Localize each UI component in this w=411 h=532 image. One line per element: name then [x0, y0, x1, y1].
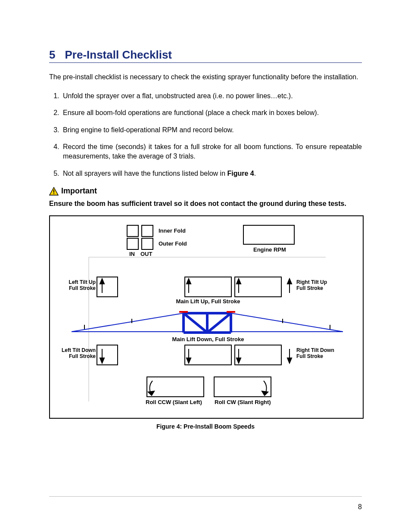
- field-roll-ccw[interactable]: [146, 376, 204, 397]
- svg-line-14: [231, 313, 343, 332]
- step-4: Record the time (seconds) it takes for a…: [61, 142, 362, 161]
- checkbox-inner-out[interactable]: [141, 225, 153, 237]
- label-inner-fold: Inner Fold: [159, 227, 186, 234]
- step-3: Bring engine to field-operational RPM an…: [61, 125, 362, 135]
- field-left-tilt-up[interactable]: [97, 277, 118, 297]
- step-1: Unfold the sprayer over a flat, unobstru…: [61, 91, 362, 101]
- important-body: Ensure the boom has sufficient travel so…: [49, 199, 362, 208]
- svg-marker-29: [287, 279, 292, 284]
- steps-list: Unfold the sprayer over a flat, unobstru…: [49, 91, 362, 178]
- label-roll-cw: Roll CW (Slant Right): [215, 399, 271, 405]
- label-roll-ccw: Roll CCW (Slant Left): [146, 399, 202, 405]
- section-number: 5: [49, 48, 55, 62]
- label-in: IN: [129, 251, 135, 257]
- checkbox-outer-in[interactable]: [127, 238, 139, 250]
- field-left-tilt-down[interactable]: [97, 345, 118, 365]
- label-right-tilt-down: Right Tilt Down Full Stroke: [296, 347, 334, 359]
- figure-ref: Figure 4: [227, 170, 254, 177]
- important-label: Important: [61, 187, 97, 196]
- label-engine-rpm: Engine RPM: [253, 246, 286, 253]
- svg-marker-37: [287, 358, 292, 363]
- label-outer-fold: Outer Fold: [159, 240, 187, 247]
- svg-rect-1: [53, 190, 54, 193]
- checkbox-outer-out[interactable]: [141, 238, 153, 250]
- section-heading: 5 Pre-Install Checklist: [49, 48, 362, 63]
- label-main-down: Main Lift Down, Full Stroke: [169, 336, 247, 342]
- field-main-up[interactable]: [184, 277, 232, 297]
- label-main-up: Main Lift Up, Full Stroke: [171, 298, 245, 305]
- field-right-tilt-down[interactable]: [234, 345, 282, 365]
- svg-line-11: [207, 313, 231, 333]
- section-title: Pre-Install Checklist: [65, 48, 172, 62]
- field-roll-cw[interactable]: [214, 376, 271, 397]
- footer-rule: [49, 496, 362, 497]
- label-left-tilt-down: Left Tilt Down Full Stroke: [52, 347, 96, 359]
- intro-paragraph: The pre-install checklist is necessary t…: [49, 72, 362, 82]
- figure-box: Inner Fold Outer Fold IN OUT Engine RPM: [49, 215, 364, 419]
- step-5-text: Not all sprayers will have the functions…: [63, 170, 227, 177]
- label-left-tilt-up: Left Tilt Up Full Stroke: [57, 279, 96, 291]
- figure-svg: [50, 216, 363, 418]
- page-number: 8: [358, 503, 362, 511]
- important-heading-row: Important: [49, 187, 362, 196]
- checkbox-inner-in[interactable]: [127, 225, 139, 237]
- engine-rpm-field[interactable]: [243, 225, 295, 245]
- step-2: Ensure all boom-fold operations are func…: [61, 108, 362, 118]
- field-right-tilt-up[interactable]: [234, 277, 282, 297]
- svg-line-12: [72, 313, 184, 332]
- step-5: Not all sprayers will have the functions…: [61, 169, 362, 178]
- warning-icon: [49, 187, 59, 196]
- field-main-down[interactable]: [184, 345, 232, 365]
- label-out: OUT: [140, 251, 152, 257]
- step-5-tail: .: [254, 170, 256, 177]
- svg-line-10: [184, 313, 207, 333]
- label-right-tilt-up: Right Tilt Up Full Stroke: [296, 279, 327, 291]
- svg-rect-2: [53, 193, 54, 194]
- figure-caption: Figure 4: Pre-Install Boom Speeds: [49, 423, 362, 430]
